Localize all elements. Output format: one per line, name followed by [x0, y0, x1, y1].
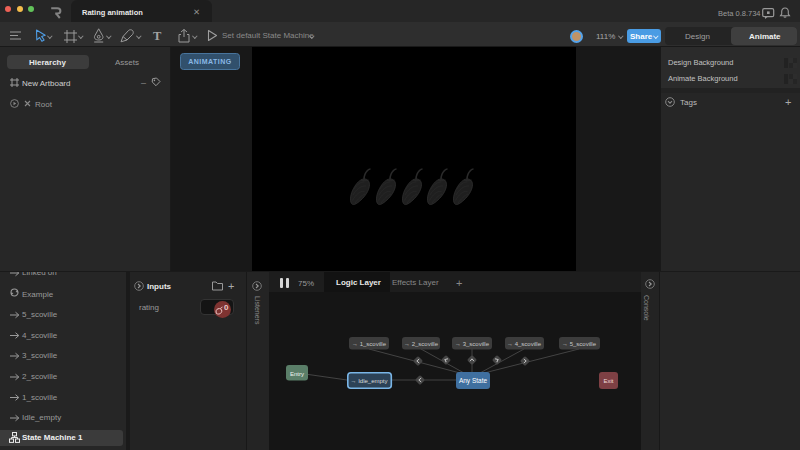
svg-text:→ 2_scoville: → 2_scoville — [404, 341, 439, 347]
svg-text:→ 5_scoville: → 5_scoville — [562, 341, 597, 347]
svg-text:→ Idle_empty: → Idle_empty — [350, 378, 387, 384]
svg-text:Any State: Any State — [459, 377, 488, 385]
svg-text:→ 4_scoville: → 4_scoville — [507, 341, 542, 347]
svg-text:Entry: Entry — [290, 371, 304, 377]
svg-text:→ 3_scoville: → 3_scoville — [455, 341, 490, 347]
svg-text:→ 1_scoville: → 1_scoville — [352, 341, 387, 347]
svg-text:Exit: Exit — [603, 378, 613, 384]
